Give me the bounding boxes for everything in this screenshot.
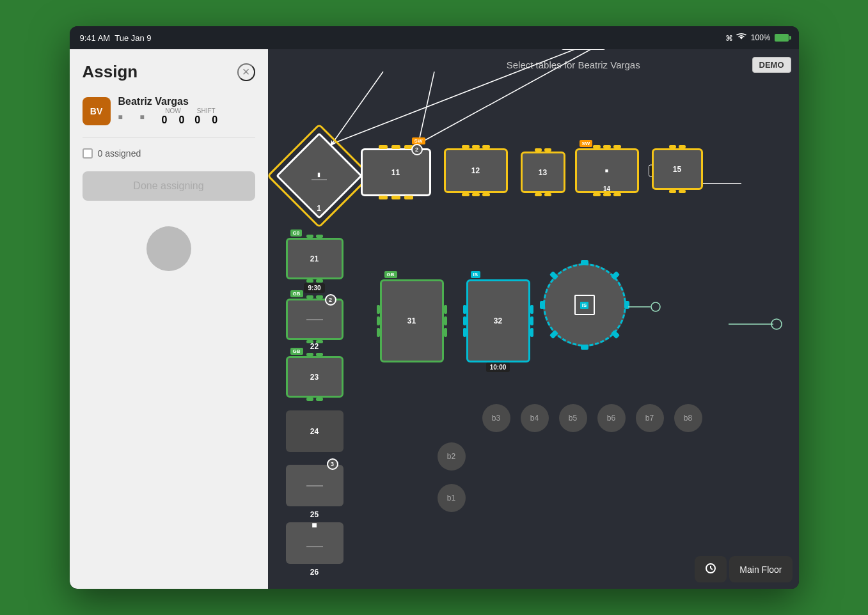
wifi-icon: ⌘ <box>725 33 746 43</box>
status-icons: ⌘ 100% <box>725 33 788 43</box>
table-1[interactable]: ▮ 1 <box>287 144 351 208</box>
svg-line-1 <box>418 72 434 144</box>
assigned-count-row: 0 assigned <box>70 142 268 165</box>
clock-button[interactable] <box>695 556 727 582</box>
table-22[interactable]: GB 2 22 <box>286 299 343 340</box>
now-stats: NOW 0 0 <box>162 107 185 126</box>
tables-icon: ■ <box>118 113 130 121</box>
svg-point-9 <box>651 302 660 311</box>
server-row: BV Beatriz Vargas ■ ■ NOW 0 0 <box>70 88 268 134</box>
table-11[interactable]: SW 2 11 <box>361 148 431 196</box>
table-25[interactable]: 3 25 <box>286 465 343 506</box>
table-12[interactable]: 12 <box>444 148 508 193</box>
instruction-text: Select tables for Beatriz Vargas <box>507 59 640 70</box>
battery-icon <box>775 34 789 42</box>
bar-b4[interactable]: b4 <box>521 404 549 432</box>
status-bar: 9:41 AM Tue Jan 9 ⌘ 100% <box>70 26 799 49</box>
table-32[interactable]: IS 32 10:00 <box>466 279 530 362</box>
server-stats: ■ ■ NOW 0 0 SHIFT 0 <box>118 107 255 126</box>
assigned-checkbox[interactable] <box>83 148 93 159</box>
assign-panel: Assign × BV Beatriz Vargas ■ ■ NOW 0 0 <box>70 49 268 589</box>
table-13[interactable]: 13 <box>521 152 565 193</box>
bar-b2[interactable]: b2 <box>438 442 466 471</box>
server-name: Beatriz Vargas <box>118 96 255 107</box>
bottom-bar: Main Floor <box>695 556 792 582</box>
table-24[interactable]: 24 <box>286 410 343 452</box>
table-15[interactable]: 15 <box>652 148 703 190</box>
svg-line-0 <box>332 72 383 144</box>
bar-b5[interactable]: b5 <box>559 404 587 432</box>
callout-arrows <box>268 49 799 589</box>
floor-map[interactable]: Select tables for Beatriz Vargas DEMO <box>268 49 799 589</box>
table-23[interactable]: GB 23 <box>286 356 343 398</box>
assigned-label: 0 assigned <box>98 148 141 159</box>
progress-circle <box>146 226 191 271</box>
divider <box>83 137 255 138</box>
main-floor-button[interactable]: Main Floor <box>729 556 792 582</box>
shift-stats: SHIFT 0 0 <box>194 107 217 126</box>
battery-percent: 100% <box>751 33 771 42</box>
svg-line-12 <box>711 568 713 570</box>
panel-header: Assign × <box>70 49 268 88</box>
table-21[interactable]: G0 21 9:30 <box>286 238 343 279</box>
main-content: Assign × BV Beatriz Vargas ■ ■ NOW 0 0 <box>70 49 799 589</box>
status-time: 9:41 AM Tue Jan 9 <box>80 33 152 43</box>
table-round[interactable]: IS <box>543 263 626 346</box>
device-frame: 9:41 AM Tue Jan 9 ⌘ 100% Assign × BV <box>70 26 799 589</box>
bar-b6[interactable]: b6 <box>597 404 626 432</box>
bar-b7[interactable]: b7 <box>636 404 664 432</box>
avatar: BV <box>83 97 111 125</box>
server-info: Beatriz Vargas ■ ■ NOW 0 0 SHIFT <box>118 96 255 126</box>
clock-icon <box>705 563 716 576</box>
table-14[interactable]: SW ■ 14 10:15 <box>575 148 639 193</box>
bar-b3[interactable]: b3 <box>482 404 510 432</box>
bar-b1[interactable]: b1 <box>438 484 466 512</box>
bar-b8[interactable]: b8 <box>674 404 702 432</box>
table-26[interactable]: ■ 26 <box>286 522 343 564</box>
close-button[interactable]: × <box>237 63 255 81</box>
svg-point-4 <box>771 319 782 329</box>
guests-icon: ■ <box>140 113 152 121</box>
panel-title: Assign <box>83 62 138 82</box>
table-31[interactable]: GB 31 <box>380 279 444 362</box>
done-assigning-button[interactable]: Done assigning <box>83 171 255 201</box>
demo-badge: DEMO <box>752 57 791 73</box>
